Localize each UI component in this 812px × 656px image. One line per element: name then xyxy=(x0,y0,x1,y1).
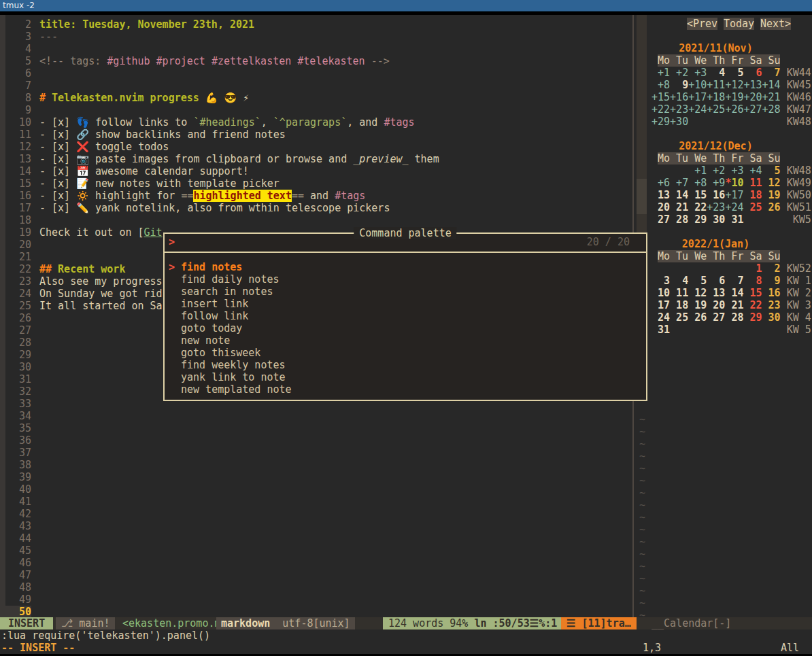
calendar-day[interactable]: 15 xyxy=(688,189,707,201)
editor-line[interactable]: 21 xyxy=(5,251,39,263)
calendar-day[interactable]: 10 xyxy=(731,177,743,189)
editor-line[interactable]: 23Also see my progress xyxy=(5,275,163,288)
palette-item[interactable]: >find notes xyxy=(165,261,646,273)
editor-line[interactable]: 31 xyxy=(5,373,39,385)
calendar-day[interactable]: 25 xyxy=(670,311,688,324)
editor-line[interactable]: 27 xyxy=(5,324,39,336)
editor-line[interactable]: 11- [x] 🔗 show backlinks and friend note… xyxy=(5,128,286,141)
calendar-day[interactable]: 31 xyxy=(652,324,670,336)
calendar-day[interactable]: 28 xyxy=(670,213,688,226)
editor-line[interactable]: 7 xyxy=(5,80,39,92)
calendar-day[interactable]: +1 xyxy=(688,165,707,177)
calendar-day[interactable]: +30 xyxy=(670,116,688,128)
calendar-day[interactable]: 13 xyxy=(652,189,670,201)
calendar-day[interactable]: 31 xyxy=(725,213,743,226)
calendar-day[interactable]: 9 xyxy=(670,79,688,91)
editor-line[interactable]: 29 xyxy=(5,349,39,361)
editor-line[interactable]: 24On Sunday we got rid xyxy=(5,288,163,300)
editor-line[interactable]: 47 xyxy=(5,569,39,581)
calendar-day[interactable]: +3 xyxy=(725,165,743,177)
calendar-day[interactable]: 27 xyxy=(652,213,670,226)
editor-line[interactable]: 2title: Tuesday, November 23th, 2021 xyxy=(5,18,254,31)
calendar-day[interactable]: 26 xyxy=(762,201,781,213)
editor-line[interactable]: 16- [x] 🔅 highlight for ==highlighted te… xyxy=(5,190,365,202)
palette-item[interactable]: goto thisweek xyxy=(165,347,646,359)
calendar-day[interactable]: +19 xyxy=(725,91,743,103)
calendar-day[interactable]: +18 xyxy=(707,91,725,103)
calendar-day[interactable]: 8 xyxy=(743,275,762,287)
calendar-day[interactable]: 21 xyxy=(670,201,688,213)
editor-line[interactable]: 14- [x] 📅 awesome calendar support! xyxy=(5,165,249,177)
calendar-day[interactable]: +17 xyxy=(688,91,707,103)
calendar-day[interactable]: 13 xyxy=(707,287,725,299)
editor-line[interactable]: 45 xyxy=(5,545,39,557)
editor-line[interactable]: 25It all started on Sa xyxy=(5,300,163,312)
calendar-day[interactable]: 19 xyxy=(688,299,707,311)
editor-line[interactable]: 36 xyxy=(5,434,39,447)
editor-line[interactable]: 41 xyxy=(5,496,39,508)
calendar-day[interactable]: 18 xyxy=(670,299,688,311)
calendar-day[interactable]: 9 xyxy=(762,275,781,287)
calendar-day[interactable]: +3 xyxy=(688,67,707,79)
calendar-day[interactable]: +23 xyxy=(670,103,688,116)
calendar-day[interactable]: +27 xyxy=(743,103,762,116)
palette-item[interactable]: yank link to note xyxy=(165,371,646,383)
calendar-day[interactable]: +21 xyxy=(762,91,781,103)
calendar-day[interactable]: 5 xyxy=(688,275,707,287)
calendar-day[interactable]: +16 xyxy=(670,91,688,103)
editor-line[interactable]: 28 xyxy=(5,336,39,349)
editor-line[interactable]: 34 xyxy=(5,410,39,422)
calendar-day[interactable]: +7 xyxy=(670,177,688,189)
calendar-day[interactable]: 29 xyxy=(743,311,762,324)
editor-line[interactable]: 17- [x] ✏️ yank notelink, also from wthi… xyxy=(5,202,390,214)
calendar-day[interactable]: 14 xyxy=(670,189,688,201)
calendar-day[interactable]: 7 xyxy=(762,67,781,79)
calendar-day[interactable]: 4 xyxy=(707,67,725,79)
calendar-day[interactable]: 3 xyxy=(652,275,670,287)
editor-line[interactable]: 3--- xyxy=(5,31,58,43)
calendar-day[interactable]: 7 xyxy=(725,275,743,287)
calendar-day[interactable]: +2 xyxy=(707,165,725,177)
calendar-day[interactable]: +15 xyxy=(652,91,670,103)
calendar-day[interactable]: +9 xyxy=(707,177,725,189)
editor-line[interactable]: 43 xyxy=(5,520,39,532)
calendar-day[interactable]: 5 xyxy=(762,165,781,177)
editor-line[interactable]: 9 xyxy=(5,104,39,116)
calendar-day[interactable]: 30 xyxy=(707,213,725,226)
calendar-day[interactable]: 22 xyxy=(688,201,707,213)
editor-line[interactable]: 40 xyxy=(5,483,39,496)
calendar-day[interactable]: 12 xyxy=(688,287,707,299)
calendar-day[interactable]: +28 xyxy=(762,103,781,116)
calendar-day[interactable]: 12 xyxy=(762,177,781,189)
calendar-day[interactable]: 19 xyxy=(762,189,781,201)
palette-prompt[interactable]: > 20 / 20 xyxy=(165,234,646,253)
calendar-day[interactable]: 28 xyxy=(725,311,743,324)
editor-line[interactable]: 39 xyxy=(5,471,39,483)
calendar-day[interactable]: 20 xyxy=(652,201,670,213)
editor-line[interactable]: 38 xyxy=(5,459,39,471)
calendar-day[interactable]: 25 xyxy=(743,201,762,213)
calendar-day[interactable]: +2 xyxy=(670,67,688,79)
palette-item[interactable]: insert link xyxy=(165,298,646,310)
calendar-day[interactable]: +6 xyxy=(652,177,670,189)
calendar-day[interactable]: +20 xyxy=(743,91,762,103)
calendar-day[interactable]: 27 xyxy=(707,311,725,324)
calendar-day[interactable]: +12 xyxy=(725,79,743,91)
editor-line[interactable]: 49 xyxy=(5,593,39,606)
calendar-day[interactable]: +22 xyxy=(652,103,670,116)
editor-line[interactable]: 20 xyxy=(5,239,39,251)
calendar-day[interactable]: 10 xyxy=(652,287,670,299)
calendar-day[interactable]: +24 xyxy=(688,103,707,116)
calendar-day[interactable]: 2 xyxy=(762,262,781,275)
calendar-day[interactable]: +8 xyxy=(652,79,670,91)
calendar-day[interactable]: 11 xyxy=(670,287,688,299)
calendar-day[interactable]: +29 xyxy=(652,116,670,128)
editor-line[interactable]: 13- [x] 📷 paste images from clipboard or… xyxy=(5,153,439,165)
calendar-day[interactable]: +10 xyxy=(688,79,707,91)
editor-line[interactable]: 48 xyxy=(5,581,39,593)
calendar-day[interactable]: +1 xyxy=(652,67,670,79)
editor-line[interactable]: 15- [x] 📝 new notes with template picker xyxy=(5,177,280,190)
editor-line[interactable]: 46 xyxy=(5,557,39,569)
editor-line[interactable]: 33 xyxy=(5,398,39,410)
calendar-day[interactable]: 14 xyxy=(725,287,743,299)
